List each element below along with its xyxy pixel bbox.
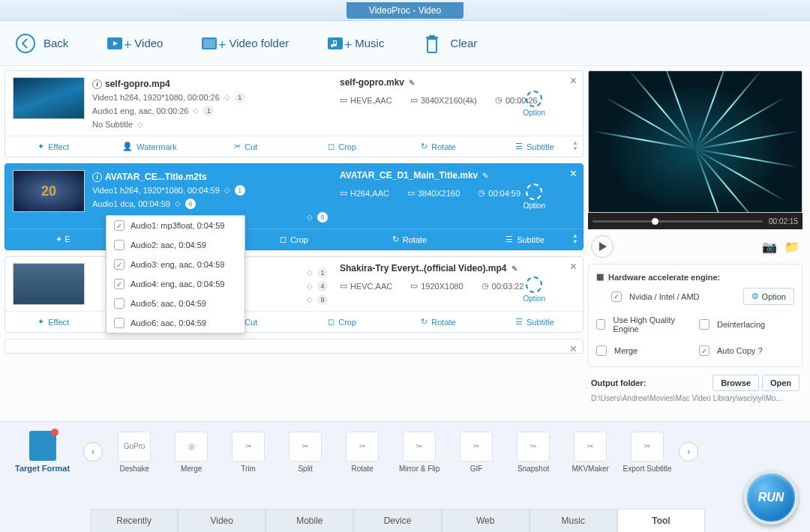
crop-button[interactable]: ◻ Crop xyxy=(236,229,352,250)
audio-option[interactable]: ✓Audio1: mp3float, 0:04:59 xyxy=(106,216,244,235)
snapshot-icon[interactable]: 📷 xyxy=(762,240,777,254)
clear-button[interactable]: Clear xyxy=(422,33,477,54)
tab-tool[interactable]: Tool xyxy=(617,509,705,532)
tab-music[interactable]: Music xyxy=(530,509,617,532)
crop-button[interactable]: ◻ Crop xyxy=(294,312,390,332)
run-button[interactable]: RUN xyxy=(744,471,798,525)
subtitle-button[interactable]: ☰ Subtitle xyxy=(467,229,583,250)
checkbox-icon[interactable] xyxy=(596,345,607,356)
checkbox-icon[interactable] xyxy=(114,318,124,328)
thumbnail xyxy=(13,77,85,119)
tab-video[interactable]: Video xyxy=(178,509,266,532)
tool-deshake[interactable]: GoProDeshake xyxy=(109,432,160,473)
tool-export-subtitle[interactable]: ✂Export Subtitle xyxy=(622,432,673,473)
reorder-handle[interactable]: ▲▼ xyxy=(572,233,578,245)
tool-split[interactable]: ✂Split xyxy=(280,432,331,473)
tab-device[interactable]: Device xyxy=(353,509,441,532)
play-button[interactable] xyxy=(591,235,614,258)
tab-mobile[interactable]: Mobile xyxy=(266,509,353,532)
tool-mirror[interactable]: ✂Mirror & Flip xyxy=(394,432,445,473)
svg-point-0 xyxy=(16,34,34,52)
audio-option[interactable]: Audio5: aac, 0:04:59 xyxy=(106,294,244,313)
tool-rotate[interactable]: ✂Rotate xyxy=(337,432,388,473)
close-icon[interactable]: × xyxy=(570,342,577,356)
crop-button[interactable]: ◻ Crop xyxy=(294,136,390,157)
hw-option-button[interactable]: ⚙Option xyxy=(743,288,794,305)
checkbox-icon[interactable]: ✓ xyxy=(114,220,124,231)
video-preview[interactable] xyxy=(588,70,802,213)
spinner-icon[interactable]: ◇ xyxy=(193,104,199,118)
audio-option[interactable]: ✓Audio3: eng, aac, 0:04:59 xyxy=(106,255,244,274)
file-card[interactable]: × iself-gopro.mp4 Video1 h264, 1920*1080… xyxy=(4,70,584,157)
effect-button[interactable]: ✦ E xyxy=(5,229,121,250)
codec-option-button[interactable]: Option xyxy=(524,276,545,303)
watermark-button[interactable]: 👤 Watermark xyxy=(101,136,197,157)
spinner-icon[interactable]: ◇ xyxy=(307,293,313,306)
rotate-button[interactable]: ↻ Rotate xyxy=(390,312,486,332)
seek-knob[interactable] xyxy=(652,218,658,225)
effect-button[interactable]: ✦ Effect xyxy=(5,136,101,157)
browse-button[interactable]: Browse xyxy=(712,375,759,391)
trim-icon: ✂ xyxy=(232,432,265,462)
scroll-left-button[interactable]: ‹ xyxy=(83,442,103,462)
subtitle-button[interactable]: ☰ Subtitle xyxy=(487,136,583,157)
audio-stream-info: Audio1 dca, 00:04:59 xyxy=(92,197,170,211)
edit-icon[interactable]: ✎ xyxy=(409,79,415,87)
target-format[interactable]: Target Format xyxy=(15,431,70,473)
add-music-button[interactable]: + Music xyxy=(326,33,384,54)
codec-option-button[interactable]: Option xyxy=(524,91,545,117)
spinner-icon[interactable]: ◇ xyxy=(307,279,313,293)
info-icon[interactable]: i xyxy=(92,79,102,89)
rotate-button[interactable]: ↻ Rotate xyxy=(352,229,467,250)
back-button[interactable]: Back xyxy=(15,33,68,54)
scroll-right-button[interactable]: › xyxy=(679,442,698,462)
file-card[interactable]: × ◇1 ◇4 ◇9 Shakira-Try Everyt..(official… xyxy=(4,256,584,333)
spinner-icon[interactable]: ◇ xyxy=(307,211,313,224)
reorder-handle[interactable]: ▲▼ xyxy=(572,140,578,152)
checkbox-icon[interactable]: ✓ xyxy=(699,345,710,356)
rotate-button[interactable]: ↻ Rotate xyxy=(390,136,486,157)
checkbox-icon[interactable] xyxy=(114,298,124,309)
spinner-icon[interactable]: ◇ xyxy=(224,91,230,104)
tool-snapshot[interactable]: ✂Snapshot xyxy=(508,432,559,473)
svg-rect-6 xyxy=(328,37,343,49)
cut-button[interactable]: ✂ Cut xyxy=(198,136,294,157)
tool-gif[interactable]: ✂GIF xyxy=(451,432,502,473)
spinner-icon[interactable]: ◇ xyxy=(307,266,313,279)
tool-mkvmaker[interactable]: ✂MKVMaker xyxy=(565,432,616,473)
subtitle-button[interactable]: ☰ Subtitle xyxy=(487,312,583,332)
file-card-selected[interactable]: × 20 iAVATAR_CE...Title.m2ts Video1 h264… xyxy=(4,163,584,250)
output-duration: ◷ 00:03:22 xyxy=(482,281,524,291)
tab-web[interactable]: Web xyxy=(442,509,530,532)
tool-merge[interactable]: ◎Merge xyxy=(166,432,217,473)
thumbnail xyxy=(13,263,85,305)
open-button[interactable]: Open xyxy=(762,375,800,391)
spinner-icon[interactable]: ◇ xyxy=(224,184,230,197)
checkbox-icon[interactable]: ✓ xyxy=(114,259,124,270)
audio-option[interactable]: Audio6: aac, 0:04:59 xyxy=(106,313,244,333)
checkbox-icon[interactable] xyxy=(596,319,605,330)
info-icon[interactable]: i xyxy=(92,172,102,182)
add-folder-button[interactable]: + Video folder xyxy=(200,33,289,54)
checkbox-icon[interactable]: ✓ xyxy=(611,291,622,302)
effect-button[interactable]: ✦ Effect xyxy=(5,312,101,332)
tool-trim[interactable]: ✂Trim xyxy=(223,432,274,473)
edit-icon[interactable]: ✎ xyxy=(482,172,488,180)
output-resolution: ▭ 1920X1080 xyxy=(410,281,463,291)
codec-option-button[interactable]: Option xyxy=(524,184,545,210)
audio-option[interactable]: ✓Audio4: eng, aac, 0:04:59 xyxy=(106,274,244,294)
checkbox-icon[interactable] xyxy=(114,240,124,250)
checkbox-icon[interactable] xyxy=(699,319,710,330)
audio-track-dropdown[interactable]: ✓Audio1: mp3float, 0:04:59 Audio2: aac, … xyxy=(106,215,245,333)
open-folder-icon[interactable]: 📁 xyxy=(784,240,800,254)
audio-count: 1 xyxy=(203,106,214,116)
checkbox-icon[interactable]: ✓ xyxy=(114,279,124,289)
audio-option[interactable]: Audio2: aac, 0:04:59 xyxy=(106,235,244,255)
tab-recently[interactable]: Recently xyxy=(90,509,178,532)
file-card-partial[interactable]: × xyxy=(4,339,584,354)
edit-icon[interactable]: ✎ xyxy=(512,265,518,273)
spinner-icon[interactable]: ◇ xyxy=(137,118,143,131)
add-video-button[interactable]: + Video xyxy=(106,33,163,54)
spinner-icon[interactable]: ◇ xyxy=(175,197,181,211)
preview-seekbar[interactable]: 00:02:15 xyxy=(588,213,802,229)
